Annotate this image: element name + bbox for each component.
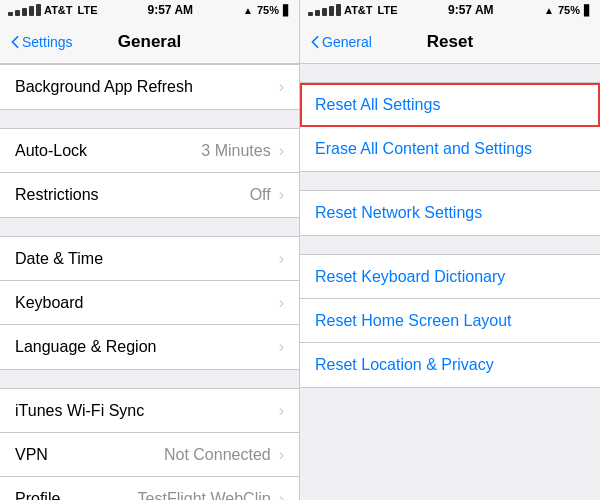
left-status-right: ▲ 75% ▋: [243, 4, 291, 16]
right-group-1: Reset All Settings Erase All Content and…: [300, 82, 600, 172]
battery-icon: ▋: [283, 5, 291, 16]
right-status-bar: AT&T LTE 9:57 AM ▲ 75% ▋: [300, 0, 600, 20]
signal-dot-2: [315, 10, 320, 16]
row-background-app-refresh[interactable]: Background App Refresh ›: [0, 65, 299, 109]
keyboard-label: Keyboard: [15, 294, 279, 312]
location-arrow-icon: ▲: [544, 5, 554, 16]
row-keyboard[interactable]: Keyboard ›: [0, 281, 299, 325]
left-network: LTE: [78, 4, 98, 16]
right-back-button[interactable]: General: [310, 34, 372, 50]
left-carrier: AT&T: [44, 4, 73, 16]
restrictions-value: Off: [250, 186, 271, 204]
row-reset-network[interactable]: Reset Network Settings: [300, 191, 600, 235]
left-back-label: Settings: [22, 34, 73, 50]
signal-dot-3: [322, 8, 327, 16]
profile-label: Profile: [15, 490, 138, 500]
reset-network-label: Reset Network Settings: [315, 204, 585, 222]
itunes-wifi-sync-label: iTunes Wi-Fi Sync: [15, 402, 279, 420]
row-itunes-wifi-sync[interactable]: iTunes Wi-Fi Sync ›: [0, 389, 299, 433]
reset-gap-2: [300, 236, 600, 254]
right-nav-title: Reset: [427, 32, 473, 52]
date-time-label: Date & Time: [15, 250, 279, 268]
left-settings-content: Background App Refresh › Auto-Lock 3 Min…: [0, 64, 299, 500]
vpn-label: VPN: [15, 446, 164, 464]
chevron-icon: ›: [279, 338, 284, 356]
right-time: 9:57 AM: [448, 3, 494, 17]
row-language-region[interactable]: Language & Region ›: [0, 325, 299, 369]
right-group-3: Reset Keyboard Dictionary Reset Home Scr…: [300, 254, 600, 388]
signal-dot-2: [15, 10, 20, 16]
gap-3: [0, 370, 299, 388]
right-carrier: AT&T: [344, 4, 373, 16]
right-group-2: Reset Network Settings: [300, 190, 600, 236]
left-section-1: Background App Refresh ›: [0, 64, 299, 110]
left-section-3: Date & Time › Keyboard › Language & Regi…: [0, 236, 299, 370]
signal-dot-1: [8, 12, 13, 16]
location-arrow-icon: ▲: [243, 5, 253, 16]
signal-strength: [8, 4, 41, 16]
signal-dot-1: [308, 12, 313, 16]
battery-icon: ▋: [584, 5, 592, 16]
left-back-button[interactable]: Settings: [10, 34, 73, 50]
right-settings-content: Reset All Settings Erase All Content and…: [300, 64, 600, 500]
right-status-left: AT&T LTE: [308, 4, 397, 16]
row-reset-location-privacy[interactable]: Reset Location & Privacy: [300, 343, 600, 387]
reset-all-settings-label: Reset All Settings: [315, 96, 585, 114]
left-nav-bar: Settings General: [0, 20, 299, 64]
signal-dot-4: [29, 6, 34, 16]
left-section-4: iTunes Wi-Fi Sync › VPN Not Connected › …: [0, 388, 299, 500]
row-date-time[interactable]: Date & Time ›: [0, 237, 299, 281]
chevron-icon: ›: [279, 446, 284, 464]
reset-location-privacy-label: Reset Location & Privacy: [315, 356, 585, 374]
left-battery: 75%: [257, 4, 279, 16]
signal-dot-3: [22, 8, 27, 16]
chevron-icon: ›: [279, 294, 284, 312]
left-section-2: Auto-Lock 3 Minutes › Restrictions Off ›: [0, 128, 299, 218]
chevron-icon: ›: [279, 78, 284, 96]
restrictions-label: Restrictions: [15, 186, 250, 204]
right-nav-bar: General Reset: [300, 20, 600, 64]
background-app-refresh-label: Background App Refresh: [15, 78, 279, 96]
row-restrictions[interactable]: Restrictions Off ›: [0, 173, 299, 217]
chevron-left-icon: [310, 35, 320, 49]
row-vpn[interactable]: VPN Not Connected ›: [0, 433, 299, 477]
chevron-left-icon: [10, 35, 20, 49]
signal-dot-4: [329, 6, 334, 16]
reset-gap-1: [300, 172, 600, 190]
row-reset-keyboard[interactable]: Reset Keyboard Dictionary: [300, 255, 600, 299]
left-panel: AT&T LTE 9:57 AM ▲ 75% ▋ Settings Genera…: [0, 0, 300, 500]
reset-home-screen-label: Reset Home Screen Layout: [315, 312, 585, 330]
chevron-icon: ›: [279, 402, 284, 420]
right-status-right: ▲ 75% ▋: [544, 4, 592, 16]
row-reset-all-settings[interactable]: Reset All Settings: [300, 83, 600, 127]
left-nav-title: General: [118, 32, 181, 52]
reset-keyboard-label: Reset Keyboard Dictionary: [315, 268, 585, 286]
signal-dot-5: [36, 4, 41, 16]
right-back-label: General: [322, 34, 372, 50]
row-reset-home-screen[interactable]: Reset Home Screen Layout: [300, 299, 600, 343]
row-erase-all-content[interactable]: Erase All Content and Settings: [300, 127, 600, 171]
row-profile[interactable]: Profile TestFlight WebClip ›: [0, 477, 299, 500]
right-battery: 75%: [558, 4, 580, 16]
language-region-label: Language & Region: [15, 338, 279, 356]
signal-dot-5: [336, 4, 341, 16]
erase-all-content-label: Erase All Content and Settings: [315, 140, 585, 158]
chevron-icon: ›: [279, 186, 284, 204]
left-status-bar: AT&T LTE 9:57 AM ▲ 75% ▋: [0, 0, 299, 20]
auto-lock-value: 3 Minutes: [201, 142, 270, 160]
chevron-icon: ›: [279, 142, 284, 160]
chevron-icon: ›: [279, 250, 284, 268]
signal-strength: [308, 4, 341, 16]
left-time: 9:57 AM: [147, 3, 193, 17]
auto-lock-label: Auto-Lock: [15, 142, 201, 160]
right-network: LTE: [378, 4, 398, 16]
right-panel: AT&T LTE 9:57 AM ▲ 75% ▋ General Reset R…: [300, 0, 600, 500]
row-auto-lock[interactable]: Auto-Lock 3 Minutes ›: [0, 129, 299, 173]
vpn-value: Not Connected: [164, 446, 271, 464]
chevron-icon: ›: [279, 490, 284, 500]
profile-value: TestFlight WebClip: [138, 490, 271, 500]
gap-2: [0, 218, 299, 236]
left-status-left: AT&T LTE: [8, 4, 97, 16]
gap-1: [0, 110, 299, 128]
